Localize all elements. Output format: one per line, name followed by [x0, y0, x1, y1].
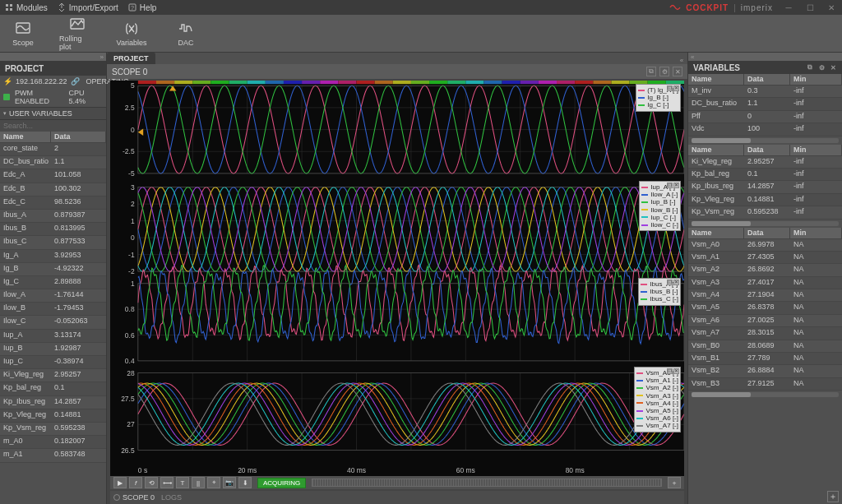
user-variables-header[interactable]: USER VARIABLES	[0, 107, 106, 120]
variable-row[interactable]: Vsm_B127.789NA	[688, 353, 842, 365]
variable-row[interactable]: Kp_bal_reg0.1	[0, 382, 106, 395]
variable-row[interactable]: Vsm_A627.0025NA	[688, 315, 842, 327]
plot-btn-snap[interactable]: ⌖	[207, 477, 220, 488]
right-collapse-button[interactable]: «	[688, 53, 842, 61]
variable-row[interactable]: Ig_A3.92953	[0, 250, 106, 263]
variable-row[interactable]: Ig_B-4.92322	[0, 263, 106, 276]
vars-detach-button[interactable]: ⧉	[806, 63, 814, 72]
scope-detach-button[interactable]: ⧉	[646, 67, 656, 76]
legend-item[interactable]: Ibus_B [-]	[641, 288, 678, 295]
bottom-tab-scope0[interactable]: SCOPE 0	[113, 493, 155, 502]
legend-item[interactable]: Ibus_C [-]	[641, 295, 678, 303]
variable-row[interactable]: Iup_A3.13174	[0, 330, 106, 343]
horizontal-scrollbar[interactable]	[692, 392, 839, 397]
plot-btn-download[interactable]: ⬇	[238, 477, 252, 488]
variable-row[interactable]: Kp_Vleg_reg0.14881	[0, 409, 106, 423]
toolbar-dac-button[interactable]: DAC	[168, 21, 204, 47]
legend-item[interactable]: Vsm_A2 [-]	[636, 384, 678, 391]
variable-row[interactable]: core_state2	[0, 143, 106, 156]
variable-row[interactable]: Kp_Vsm_reg0.595238-inf	[688, 206, 842, 219]
legend-item[interactable]: Ilow_B [-]	[641, 206, 678, 214]
col-name[interactable]: Name	[0, 132, 51, 142]
variable-row[interactable]: Vsm_A026.9978NA	[688, 239, 842, 252]
variable-row[interactable]: Ki_Vleg_reg2.95257-inf	[688, 156, 842, 169]
variable-row[interactable]: Vsm_A327.4017NA	[688, 277, 842, 289]
plot-area[interactable]: -5-2.502.55-2-101230.40.60.8126.52727.52…	[110, 81, 684, 476]
plot-btn-rewind[interactable]: ⟲	[145, 477, 158, 488]
vars-close-button[interactable]: ✕	[829, 63, 837, 72]
legend-3[interactable]: ⊡✕Ibus_A [-]Ibus_B [-]Ibus_C [-]	[638, 278, 681, 306]
legend-item[interactable]: Ig_B [-]	[638, 94, 678, 101]
variable-row[interactable]: Vdc100-inf	[688, 123, 842, 136]
plot-btn-fx[interactable]: f	[129, 477, 142, 488]
window-maximize-button[interactable]: ☐	[804, 2, 816, 13]
plot-add-button[interactable]: ＋	[668, 477, 681, 488]
plot-btn-ruler[interactable]: ||	[192, 477, 205, 488]
variable-row[interactable]: m_A10.583748	[0, 449, 106, 462]
legend-item[interactable]: Vsm_A6 [-]	[636, 414, 678, 422]
variable-row[interactable]: m_A00.182007	[0, 436, 106, 449]
horizontal-scrollbar[interactable]	[692, 138, 839, 143]
variable-row[interactable]: Ibus_B0.813995	[0, 223, 106, 236]
legend-item[interactable]: Ilow_A [-]	[641, 191, 678, 198]
variable-row[interactable]: Iup_B1.92987	[0, 343, 106, 356]
bottom-tab-logs[interactable]: LOGS	[161, 493, 182, 502]
toolbar-scope-button[interactable]: Scope	[5, 21, 41, 47]
legend-2[interactable]: ⊡✕Iup_A [-]Ilow_A [-]Iup_B [-]Ilow_B [-]…	[639, 181, 681, 231]
legend-item[interactable]: Vsm_A5 [-]	[636, 407, 678, 414]
legend-item[interactable]: Ilow_C [-]	[641, 221, 678, 229]
variable-row[interactable]: Kp_Vsm_reg0.595238	[0, 423, 106, 436]
variable-row[interactable]: Edc_B100.302	[0, 183, 106, 197]
variable-row[interactable]: Iup_C-0.38974	[0, 356, 106, 369]
variable-row[interactable]: Kp_Ibus_reg14.2857-inf	[688, 181, 842, 193]
menu-import-export[interactable]: Import/Export	[58, 3, 118, 12]
progress-bar[interactable]	[312, 479, 662, 487]
legend-item[interactable]: Vsm_A1 [-]	[636, 377, 678, 384]
legend-item[interactable]: Vsm_A4 [-]	[636, 400, 678, 407]
variable-row[interactable]: Pff0-inf	[688, 111, 842, 123]
tab-project[interactable]: PROJECT	[107, 53, 155, 64]
legend-4[interactable]: ⊡✕Vsm_A0 [-]Vsm_A1 [-]Vsm_A2 [-]Vsm_A3 […	[634, 367, 681, 432]
legend-item[interactable]: Vsm_A3 [-]	[636, 392, 678, 400]
variable-row[interactable]: Kp_Ibus_reg14.2857	[0, 396, 106, 409]
variable-row[interactable]: Vsm_A427.1904NA	[688, 289, 842, 302]
variable-row[interactable]: Ibus_A0.879387	[0, 210, 106, 223]
search-input[interactable]	[0, 120, 106, 132]
variable-row[interactable]: Vsm_A526.8378NA	[688, 302, 842, 314]
legend-1[interactable]: ⊡✕(T) Ig_A [-]Ig_B [-]Ig_C [-]	[636, 84, 681, 112]
scope-close-button[interactable]: ✕	[673, 67, 682, 76]
menu-modules[interactable]: Modules	[5, 3, 48, 12]
menu-help[interactable]: ? Help	[128, 3, 157, 12]
plot-btn-link[interactable]: ⟷	[160, 477, 173, 488]
variable-row[interactable]: Kp_Vleg_reg0.14881-inf	[688, 194, 842, 206]
plot-btn-camera[interactable]: 📷	[223, 477, 236, 488]
window-minimize-button[interactable]: ─	[783, 2, 794, 13]
toolbar-rollingplot-button[interactable]: Rolling plot	[59, 16, 95, 51]
legend-item[interactable]: Iup_C [-]	[641, 214, 678, 221]
center-collapse-button[interactable]: «	[678, 56, 686, 64]
variable-row[interactable]: Vsm_A728.3015NA	[688, 327, 842, 340]
variable-row[interactable]: Ilow_A-1.76144	[0, 289, 106, 303]
variable-row[interactable]: Kp_bal_reg0.1-inf	[688, 169, 842, 181]
plot-btn-run[interactable]: ▶	[113, 477, 127, 488]
scope-settings-button[interactable]: ⚙	[659, 67, 669, 76]
legend-item[interactable]: Ig_C [-]	[638, 101, 678, 109]
legend-item[interactable]: Iup_B [-]	[641, 198, 678, 206]
variable-row[interactable]: Vsm_B327.9125NA	[688, 378, 842, 391]
plot-btn-trigger[interactable]: T	[176, 477, 189, 488]
variable-row[interactable]: Vsm_A226.8692NA	[688, 264, 842, 276]
vars-settings-button[interactable]: ⚙	[817, 63, 826, 72]
col-data[interactable]: Data	[51, 132, 106, 142]
window-close-button[interactable]: ✕	[826, 2, 837, 13]
variable-row[interactable]: DC_bus_ratio1.1-inf	[688, 98, 842, 110]
legend-item[interactable]: Vsm_A7 [-]	[636, 422, 678, 429]
variable-row[interactable]: Vsm_B028.0689NA	[688, 340, 842, 353]
variable-row[interactable]: Edc_C98.5236	[0, 197, 106, 210]
variable-row[interactable]: M_inv0.3-inf	[688, 86, 842, 98]
variable-row[interactable]: Ilow_B-1.79453	[0, 303, 106, 316]
variable-row[interactable]: Ig_C2.89888	[0, 276, 106, 289]
horizontal-scrollbar[interactable]	[692, 221, 839, 226]
variable-row[interactable]: Ki_Vleg_reg2.95257	[0, 369, 106, 382]
variable-row[interactable]: Edc_A101.058	[0, 169, 106, 183]
variable-row[interactable]: DC_bus_ratio1.1	[0, 156, 106, 169]
